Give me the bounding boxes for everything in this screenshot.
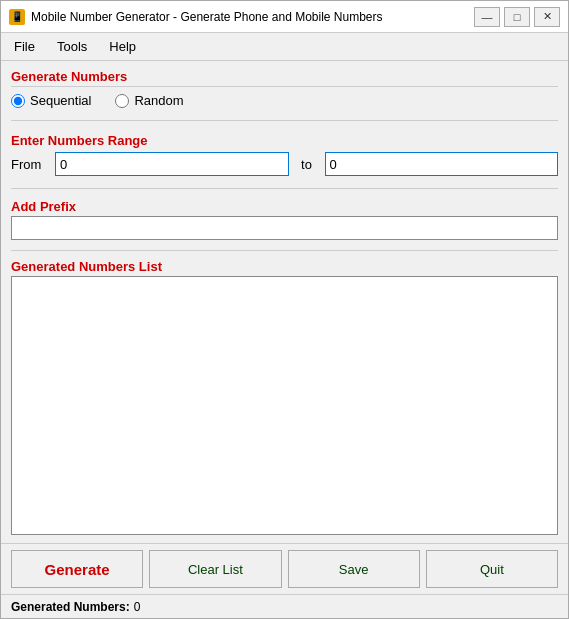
from-input[interactable] [55, 152, 289, 176]
radio-group: Sequential Random [11, 89, 558, 112]
title-bar: 📱 Mobile Number Generator - Generate Pho… [1, 1, 568, 33]
generate-button[interactable]: Generate [11, 550, 143, 588]
button-row: Generate Clear List Save Quit [1, 543, 568, 594]
title-bar-left: 📱 Mobile Number Generator - Generate Pho… [9, 9, 383, 25]
status-label: Generated Numbers: [11, 600, 130, 614]
from-label: From [11, 157, 47, 172]
title-bar-controls: — □ ✕ [474, 7, 560, 27]
generate-numbers-label: Generate Numbers [11, 69, 558, 84]
divider-2 [11, 120, 558, 121]
status-value: 0 [134, 600, 141, 614]
menu-help[interactable]: Help [100, 35, 145, 58]
random-label: Random [134, 93, 183, 108]
divider-1 [11, 86, 558, 87]
to-input[interactable] [325, 152, 559, 176]
sequential-option[interactable]: Sequential [11, 93, 91, 108]
prefix-input[interactable] [11, 216, 558, 240]
generated-list-label: Generated Numbers List [11, 259, 558, 274]
divider-4 [11, 250, 558, 251]
content-area: Generate Numbers Sequential Random Enter… [1, 61, 568, 543]
random-option[interactable]: Random [115, 93, 183, 108]
main-window: 📱 Mobile Number Generator - Generate Pho… [0, 0, 569, 619]
add-prefix-label: Add Prefix [11, 199, 558, 214]
generate-numbers-section: Generate Numbers Sequential Random [11, 69, 558, 112]
sequential-label: Sequential [30, 93, 91, 108]
to-label: to [297, 157, 317, 172]
menu-bar: File Tools Help [1, 33, 568, 61]
range-section: Enter Numbers Range From to [11, 129, 558, 180]
window-title: Mobile Number Generator - Generate Phone… [31, 10, 383, 24]
sequential-radio[interactable] [11, 94, 25, 108]
minimize-button[interactable]: — [474, 7, 500, 27]
quit-button[interactable]: Quit [426, 550, 558, 588]
close-button[interactable]: ✕ [534, 7, 560, 27]
menu-tools[interactable]: Tools [48, 35, 96, 58]
app-icon: 📱 [9, 9, 25, 25]
prefix-section: Add Prefix [11, 197, 558, 242]
clear-list-button[interactable]: Clear List [149, 550, 281, 588]
divider-3 [11, 188, 558, 189]
random-radio[interactable] [115, 94, 129, 108]
range-row: From to [11, 152, 558, 176]
generated-list-section: Generated Numbers List [11, 259, 558, 535]
range-label: Enter Numbers Range [11, 133, 558, 148]
generated-list-textarea[interactable] [11, 276, 558, 535]
menu-file[interactable]: File [5, 35, 44, 58]
maximize-button[interactable]: □ [504, 7, 530, 27]
status-bar: Generated Numbers: 0 [1, 594, 568, 618]
save-button[interactable]: Save [288, 550, 420, 588]
